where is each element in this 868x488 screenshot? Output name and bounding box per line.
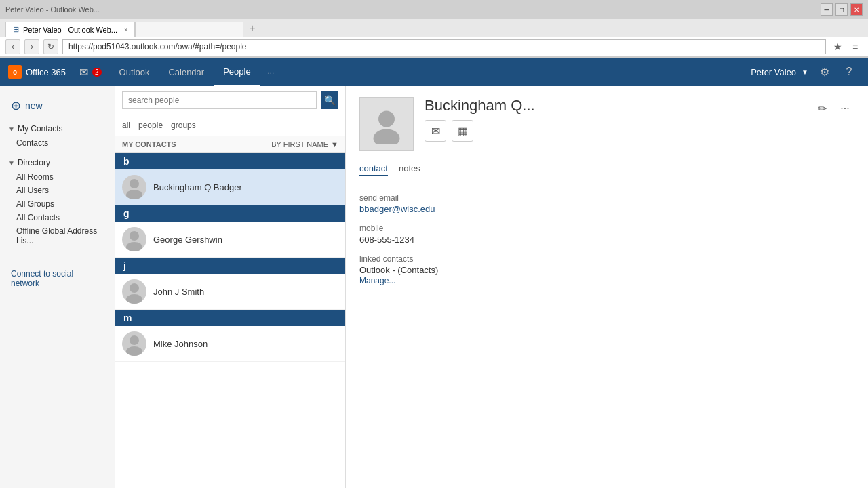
manage-link[interactable]: Manage... (359, 276, 395, 285)
refresh-button[interactable]: ↻ (43, 39, 58, 54)
directory-header[interactable]: ▼ Directory (0, 155, 115, 170)
sort-label: BY FIRST NAME (271, 140, 328, 148)
contact-row-john[interactable]: John J Smith (115, 274, 345, 310)
detail-name: Buckingham Q... (425, 97, 535, 115)
nav-calendar[interactable]: Calendar (159, 58, 214, 86)
office-logo-text: Office 365 (26, 67, 66, 77)
detail-field-mobile: mobile 608-555-1234 (359, 224, 854, 245)
svg-point-7 (126, 346, 142, 356)
directory-arrow: ▼ (8, 159, 15, 167)
more-options-button[interactable]: ··· (835, 99, 854, 118)
search-input[interactable] (122, 92, 317, 109)
directory-title: Directory (18, 158, 50, 167)
detail-avatar (359, 97, 414, 151)
detail-panel: Buckingham Q... ✏ ··· ✉ ▦ (346, 86, 868, 488)
nav-outlook[interactable]: Outlook (110, 58, 159, 86)
svg-point-9 (378, 111, 395, 127)
help-icon[interactable]: ? (838, 58, 860, 86)
filter-people[interactable]: people (138, 119, 163, 131)
svg-point-6 (130, 336, 139, 345)
contact-name-buckingham: Buckingham Q Badger (153, 182, 242, 192)
connect-social-link[interactable]: Connect to social network (0, 261, 115, 296)
my-contacts-arrow: ▼ (8, 125, 15, 133)
active-tab[interactable]: ⊞ Peter Valeo - Outlook Web... × (5, 22, 135, 37)
contacts-header-title: MY CONTACTS (122, 140, 176, 148)
contact-row-george[interactable]: George Gershwin (115, 222, 345, 258)
alpha-group-j: j (115, 258, 345, 274)
top-nav: o Office 365 ✉ 2 Outlook Calendar People… (0, 58, 868, 86)
back-button[interactable]: ‹ (5, 39, 20, 54)
contact-name-mike: Mike Johnson (153, 339, 208, 349)
filter-tabs: all people groups (115, 115, 345, 136)
detail-field-linked: linked contacts Outlook - (Contacts) Man… (359, 254, 854, 285)
forward-button[interactable]: › (24, 39, 39, 54)
window-controls: ─ □ ✕ (821, 3, 863, 16)
filter-groups[interactable]: groups (171, 119, 196, 131)
url-bar[interactable] (62, 39, 826, 54)
menu-icon[interactable]: ≡ (848, 39, 863, 54)
nav-utility-icons: ⚙ ? (814, 58, 860, 86)
detail-header-actions: ✏ ··· (812, 99, 854, 118)
edit-button[interactable]: ✏ (812, 99, 831, 118)
mobile-label: mobile (359, 224, 854, 233)
new-button[interactable]: ⊕ new (0, 93, 115, 121)
browser-chrome: Peter Valeo - Outlook Web... ─ □ ✕ ⊞ Pet… (0, 0, 868, 58)
contact-list-area: 🔍 all people groups MY CONTACTS BY FIRST… (115, 86, 346, 488)
svg-point-4 (130, 283, 139, 293)
search-bar: 🔍 (115, 86, 345, 115)
sidebar-item-contacts[interactable]: Contacts (0, 136, 115, 150)
user-menu[interactable]: Peter Valeo ▼ (751, 67, 808, 77)
detail-action-buttons: ✉ ▦ (425, 120, 854, 142)
nav-links: Outlook Calendar People ··· (110, 58, 281, 86)
maximize-button[interactable]: □ (835, 3, 848, 16)
search-button[interactable]: 🔍 (321, 92, 338, 109)
close-button[interactable]: ✕ (850, 3, 863, 16)
settings-icon[interactable]: ⚙ (814, 58, 835, 86)
linked-value: Outlook - (Contacts) (359, 265, 854, 275)
avatar-buckingham (122, 175, 146, 199)
mobile-value: 608-555-1234 (359, 235, 854, 245)
nav-people[interactable]: People (214, 58, 260, 86)
avatar-mike (122, 331, 146, 356)
new-tab-button[interactable]: + (243, 20, 260, 37)
new-label: new (25, 100, 43, 111)
contact-row-mike[interactable]: Mike Johnson (115, 326, 345, 362)
tab-contact[interactable]: contact (359, 162, 388, 176)
avatar-george (122, 227, 146, 251)
tab-title: Peter Valeo - Outlook Web... (23, 26, 117, 34)
sidebar-item-all-users[interactable]: All Users (0, 184, 115, 197)
nav-more[interactable]: ··· (260, 58, 281, 86)
detail-title-area: Buckingham Q... ✏ ··· ✉ ▦ (425, 97, 854, 144)
minimize-button[interactable]: ─ (821, 3, 833, 16)
star-icon[interactable]: ★ (830, 39, 845, 54)
my-contacts-header[interactable]: ▼ My Contacts (0, 121, 115, 136)
svg-point-1 (126, 190, 142, 199)
contact-name-george: George Gershwin (153, 235, 222, 245)
filter-all[interactable]: all (122, 119, 130, 131)
contacts-list-header: MY CONTACTS BY FIRST NAME ▼ (115, 136, 345, 153)
tab-notes[interactable]: notes (399, 162, 420, 176)
email-value[interactable]: bbadger@wisc.edu (359, 204, 435, 214)
sort-control[interactable]: BY FIRST NAME ▼ (271, 140, 338, 148)
send-email-button[interactable]: ✉ (425, 120, 446, 142)
alpha-group-m: m (115, 310, 345, 326)
mail-icon-area[interactable]: ✉ 2 (79, 66, 102, 79)
sidebar-item-all-contacts[interactable]: All Contacts (0, 211, 115, 224)
my-contacts-title: My Contacts (18, 124, 63, 134)
svg-point-0 (130, 179, 139, 188)
calendar-icon: ▦ (458, 125, 468, 138)
sidebar-item-offline-gal[interactable]: Offline Global Address Lis... (0, 224, 115, 247)
contact-row-buckingham[interactable]: Buckingham Q Badger (115, 169, 345, 205)
mail-icon: ✉ (79, 66, 88, 79)
tab-bar: ⊞ Peter Valeo - Outlook Web... × + (0, 19, 868, 37)
contact-name-john: John J Smith (153, 287, 204, 297)
address-bar: ‹ › ↻ ★ ≡ (0, 37, 868, 57)
svg-point-5 (126, 294, 142, 304)
calendar-button[interactable]: ▦ (452, 120, 473, 142)
sidebar-item-all-rooms[interactable]: All Rooms (0, 170, 115, 184)
sidebar-item-all-groups[interactable]: All Groups (0, 197, 115, 211)
search-icon: 🔍 (324, 95, 336, 106)
tab-close-button[interactable]: × (124, 26, 127, 33)
svg-point-3 (126, 242, 142, 251)
email-label: send email (359, 193, 854, 203)
